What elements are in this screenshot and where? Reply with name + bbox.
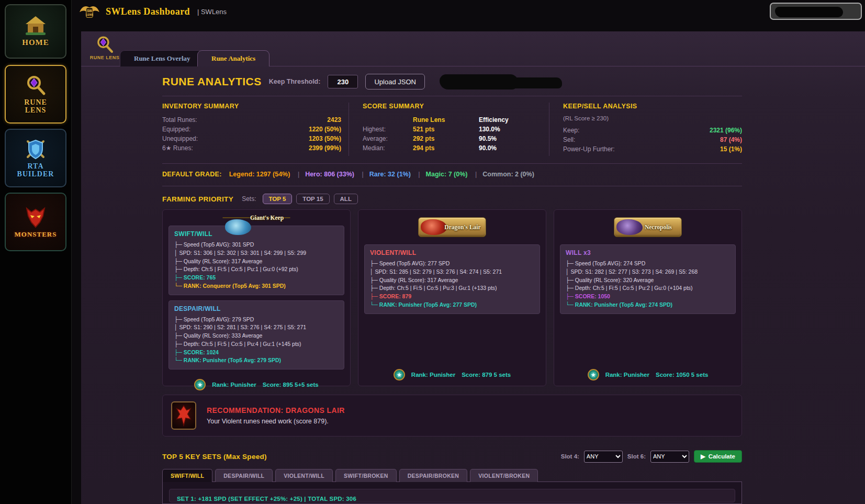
sidebar-item-label: MONSTERS [15, 231, 57, 238]
set-score: ├─ SCORE: 765 [174, 274, 339, 282]
set-block-despair-will: DESPAIR/WILL ├─ Speed (Top5 AVG): 279 SP… [168, 300, 344, 370]
keyset-tabs: SWIFT/WILL DESPAIR/WILL VIOLENT/WILL SWI… [162, 469, 742, 482]
score-row: Median: 294 pts 90.0% [363, 143, 542, 153]
sets-label: Sets: [242, 195, 256, 203]
sidebar-item-label: RTA BUILDER [15, 163, 57, 178]
keyset-tab[interactable]: VIOLENT/BROKEN [470, 469, 538, 482]
sets-filter-button[interactable]: TOP 15 [296, 194, 329, 204]
sidebar-item-rta-builder[interactable]: RTA BUILDER [5, 129, 66, 187]
redacted-region [770, 3, 862, 20]
sidebar-item-monsters[interactable]: MONSTERS [5, 193, 66, 251]
play-icon: ▶ [701, 453, 705, 460]
keysets-title: TOP 5 KEY SETS (Max Speed) [162, 453, 267, 461]
set-stats: ├─ Speed (Top5 AVG): 279 SPD │ SPD: S1: … [174, 316, 339, 349]
footer-score: Score: 1050 5 sets [656, 372, 708, 378]
set-stats: ├─ Speed (Top5 AVG): 301 SPD │ SPD: S1: … [174, 241, 339, 274]
slot4-select[interactable]: ANY [584, 451, 623, 463]
calculate-button[interactable]: ▶ Calculate [694, 450, 742, 463]
redacted-region [440, 74, 518, 89]
footer-rank: Rank: Punisher [212, 382, 256, 388]
set-block-will-x3: WILL x3 ├─ Speed (Top5 AVG): 274 SPD │ S… [560, 244, 736, 314]
section-title: SCORE SUMMARY [363, 103, 542, 110]
analytics-header: RUNE ANALYTICS Keep Threshold: Upload JS… [162, 74, 742, 89]
sidebar-item-home[interactable]: HOME [5, 4, 66, 59]
dragons-lair-banner: Dragon's Lair [418, 217, 486, 237]
recommendation-text: Your Violent runes need work (score 879)… [207, 418, 345, 425]
recommendation-title: RECOMMENDATION: DRAGONS LAIR [207, 406, 345, 415]
app-subtitle: | SWLens [197, 8, 227, 16]
divider [162, 96, 742, 96]
score-row: Average: 292 pts 90.5% [363, 134, 542, 143]
farming-card-giants-keep: Giant's Keep SWIFT/WILL ├─ Speed (Top5 A… [162, 209, 351, 386]
inventory-row: Total Runes: 2423 [162, 115, 341, 125]
sidebar: HOME RUNE LENS RTA BUILDER MONSTERS [0, 0, 72, 504]
keyset-tab[interactable]: DESPAIR/BROKEN [399, 469, 468, 482]
giant-monster-icon [225, 219, 251, 235]
upload-json-button[interactable]: Upload JSON [365, 74, 424, 89]
main-panel: RUNE LENS Rune Lens Overlay Rune Analyti… [81, 31, 865, 504]
keyset-tab[interactable]: SWIFT/WILL [162, 469, 212, 482]
grade-item: Magic: 7 (0%) [412, 171, 467, 178]
keyset-tab[interactable]: DESPAIR/WILL [215, 469, 273, 482]
score-grid-header: Rune Lens Efficiency [363, 115, 542, 125]
slot6-select[interactable]: ANY [650, 451, 689, 463]
rune-medal-icon: ★ [394, 369, 405, 380]
column-header: Efficiency [479, 115, 542, 125]
keep-sell-row: Keep: 2321 (96%) [563, 126, 742, 135]
grade-item: Legend: 1297 (54%) [229, 171, 290, 178]
set-name: DESPAIR/WILL [174, 305, 339, 312]
keysets-header: TOP 5 KEY SETS (Max Speed) Slot 4: ANY S… [162, 450, 742, 463]
inventory-row: Unequipped: 1203 (50%) [162, 134, 341, 143]
inventory-rows: Total Runes: 2423 Equipped: 1220 (50%) U… [162, 115, 341, 153]
farming-card-dragons-lair: Dragon's Lair VIOLENT/WILL ├─ Speed (Top… [358, 209, 546, 386]
default-grade-label: DEFAULT GRADE: [162, 171, 222, 178]
rune-lens-icon [95, 35, 115, 54]
grade-item: Common: 2 (0%) [469, 171, 534, 178]
section-title: INVENTORY SUMMARY [162, 103, 341, 110]
set-block-swift-will: SWIFT/WILL ├─ Speed (Top5 AVG): 301 SPD … [168, 226, 344, 295]
dragon-icon [171, 401, 196, 430]
card-footer: ★ Rank: Punisher Score: 879 5 sets [364, 365, 540, 380]
column-header: Rune Lens [413, 115, 479, 125]
svg-text:SW: SW [87, 9, 92, 13]
sets-filter-button[interactable]: TOP 5 [263, 194, 293, 204]
banner-label: Necropolis [637, 218, 679, 237]
score-summary: SCORE SUMMARY Rune Lens Efficiency Highe… [349, 103, 542, 156]
rta-shield-swords-icon [24, 138, 47, 161]
footer-rank: Rank: Punisher [411, 372, 455, 378]
svg-text:LENS: LENS [86, 13, 94, 16]
set-name: SWIFT/WILL [174, 230, 339, 238]
sidebar-item-rune-lens[interactable]: RUNE LENS [5, 65, 66, 124]
keep-threshold-input[interactable] [328, 75, 358, 88]
keep-sell-subtitle: (RL Score ≥ 230) [563, 115, 742, 121]
grade-items: Legend: 1297 (54%) Hero: 806 (33%) Rare:… [229, 171, 534, 178]
banner-label: Dragon's Lair [442, 218, 484, 237]
set-result-line: SET 1: +181 SPD (SET EFFECT +25%: +25) |… [177, 496, 727, 502]
inventory-row: 6★ Runes: 2399 (99%) [162, 143, 341, 153]
set-rank: └─ RANK: Punisher (Top5 Avg: 274 SPD) [566, 301, 730, 309]
keep-sell-rows: Keep: 2321 (96%) Sell: 87 (4%) Power-Up … [563, 126, 742, 154]
keyset-tab[interactable]: VIOLENT/WILL [275, 469, 333, 482]
set-score: ├─ SCORE: 1024 [174, 349, 339, 357]
monster-mask-icon [24, 206, 48, 229]
rune-lens-badge: RUNE LENS [89, 35, 120, 60]
keysets-result-box: SET 1: +181 SPD (SET EFFECT +25%: +25) |… [162, 481, 742, 504]
footer-rank: Rank: Punisher [605, 372, 649, 378]
set-rank: └─ RANK: Punisher (Top5 Avg: 277 SPD) [370, 301, 534, 309]
tab-rune-analytics[interactable]: Rune Analytics [197, 50, 269, 66]
card-footer: ★ Rank: Punisher Score: 1050 5 sets [560, 365, 736, 380]
grade-item: Hero: 806 (33%) [292, 171, 354, 178]
necropolis-banner: Necropolis [614, 217, 682, 237]
score-rows: Highest: 521 pts 130.0% Average: 292 pts… [363, 125, 542, 153]
keyset-tab[interactable]: SWIFT/BROKEN [335, 469, 397, 482]
tab-rune-lens-overlay[interactable]: Rune Lens Overlay [120, 50, 205, 66]
recommendation-content: RECOMMENDATION: DRAGONS LAIR Your Violen… [207, 406, 345, 425]
set-rank: └─ RANK: Conqueror (Top5 Avg: 301 SPD) [174, 282, 339, 290]
app-title: SWLens Dashboard [106, 6, 190, 17]
content-area: RUNE ANALYTICS Keep Threshold: Upload JS… [81, 66, 865, 504]
footer-score: Score: 879 5 sets [462, 372, 511, 378]
sets-filter-button[interactable]: ALL [334, 194, 358, 204]
giants-keep-banner: Giant's Keep [222, 217, 290, 218]
set-stats: ├─ Speed (Top5 AVG): 274 SPD │ SPD: S1: … [566, 260, 730, 293]
topbar: SW LENS SWLens Dashboard | SWLens [72, 0, 865, 24]
